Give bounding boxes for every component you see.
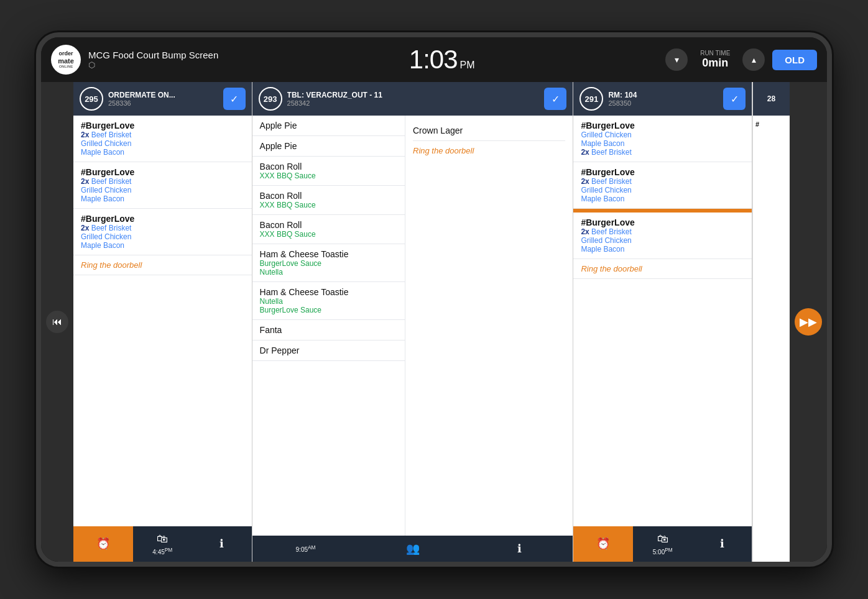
venue-info: MCG Food Court Bump Screen ⬡ — [88, 50, 218, 70]
item-mod: Maple Bacon — [81, 148, 244, 157]
info-icon: ℹ — [720, 537, 724, 551]
list-item: Bacon Roll XXX BBQ Sauce — [252, 215, 405, 244]
item-name: #BurgerLove — [581, 217, 744, 227]
time-button-293[interactable]: 9:05AM — [252, 536, 359, 562]
info-icon: ℹ — [517, 542, 522, 556]
order-footer-293: 9:05AM 👥 ℹ — [252, 536, 573, 562]
run-time: RUN TIME 0min — [700, 50, 730, 70]
info-button-295[interactable]: ℹ — [192, 526, 252, 562]
bag-icon: 🛍 — [157, 533, 168, 546]
info-button-291[interactable]: ℹ — [692, 526, 752, 562]
main-content: ⏮ 295 ORDERMATE ON... 258336 ✓ #BurgerLo… — [41, 82, 827, 562]
forward-button[interactable]: ▶▶ — [795, 308, 822, 336]
item-mod: Grilled Chicken — [581, 236, 744, 245]
logout-icon: ⬡ — [88, 60, 218, 70]
clock-area: 1:03 PM — [226, 45, 658, 75]
list-item: Dr Pepper — [252, 341, 405, 361]
list-item: Apple Pie — [252, 116, 405, 136]
item-name: #BurgerLove — [81, 214, 244, 224]
order-footer-291: ⏰ 🛍 5:00PM ℹ — [573, 526, 752, 562]
footer-time-291: 5:00PM — [653, 547, 673, 556]
list-item: #BurgerLove 2x Beef Brisket Grilled Chic… — [573, 213, 752, 259]
order-header-295: 295 ORDERMATE ON... 258336 ✓ — [73, 82, 252, 116]
item-name: #BurgerLove — [581, 121, 744, 130]
order-card-293: 293 TBL: VERACRUZ_OUT - 11 258342 ✓ Appl… — [252, 82, 574, 562]
item-mod: XXX BBQ Sauce — [260, 201, 397, 209]
partial-card-header: 28 — [753, 82, 790, 116]
group-icon: 👥 — [406, 542, 420, 556]
item-mod: Grilled Chicken — [81, 232, 244, 241]
list-item: #BurgerLove Grilled Chicken Maple Bacon … — [573, 116, 752, 162]
item-mod: 2x Beef Brisket — [81, 224, 244, 232]
order-number-291: 291 — [579, 87, 603, 111]
bag-button-295[interactable]: 🛍 4:45PM — [133, 526, 193, 562]
info-icon: ℹ — [219, 537, 224, 551]
list-item: Bacon Roll XXX BBQ Sauce — [252, 157, 405, 186]
item-mod: 2x Beef Brisket — [581, 177, 744, 186]
item-name: Apple Pie — [260, 121, 397, 130]
item-name: Apple Pie — [260, 141, 397, 151]
item-name: Dr Pepper — [260, 345, 397, 355]
venue-name: MCG Food Court Bump Screen — [88, 50, 218, 60]
two-col-body-293: Apple Pie Apple Pie Bacon Roll XXX BBQ S… — [252, 116, 573, 536]
check-button-291[interactable]: ✓ — [723, 88, 746, 110]
item-mod: Grilled Chicken — [81, 186, 244, 194]
order-sub-291: 258350 — [608, 99, 718, 107]
bag-button-291[interactable]: 🛍 5:00PM — [633, 526, 693, 562]
item-name: Ham & Cheese Toastie — [260, 287, 397, 297]
list-item: #BurgerLove 2x Beef Brisket Grilled Chic… — [73, 209, 252, 255]
item-mod: Maple Bacon — [581, 194, 744, 203]
item-mod: 2x Beef Brisket — [581, 227, 744, 236]
item-name: Bacon Roll — [260, 220, 397, 230]
order-header-291: 291 RM: 104 258350 ✓ — [573, 82, 752, 116]
item-mod: Grilled Chicken — [581, 186, 744, 194]
left-scroll-button[interactable]: ⏮ — [46, 311, 68, 333]
clock-time: 1:03 — [409, 45, 458, 75]
list-item: #BurgerLove 2x Beef Brisket Grilled Chic… — [573, 162, 752, 209]
info-button-293[interactable]: ℹ — [466, 536, 573, 562]
check-button-295[interactable]: ✓ — [223, 88, 246, 110]
item-mod: Maple Bacon — [81, 194, 244, 203]
doorbell-note-291: Ring the doorbell — [581, 264, 744, 273]
item-name: Fanta — [260, 325, 397, 335]
alarm-button-291[interactable]: ⏰ — [573, 526, 633, 562]
order-header-info-295: ORDERMATE ON... 258336 — [108, 91, 218, 107]
item-mod: XXX BBQ Sauce — [260, 171, 397, 180]
logo-area: order mate ONLINE MCG Food Court Bump Sc… — [51, 45, 218, 75]
order-header-293: 293 TBL: VERACRUZ_OUT - 11 258342 ✓ — [252, 82, 573, 116]
order-table-293: TBL: VERACRUZ_OUT - 11 — [287, 91, 540, 99]
nav-up-button[interactable]: ▴ — [742, 48, 765, 71]
item-mod: 2x Beef Brisket — [81, 177, 244, 186]
list-item: Bacon Roll XXX BBQ Sauce — [252, 186, 405, 215]
partial-card-28x: 28 # — [752, 82, 790, 562]
crown-lager: Crown Lager — [413, 126, 565, 135]
item-mod: BurgerLove Sauce — [260, 259, 397, 268]
ordermate-logo: order mate ONLINE — [51, 45, 81, 75]
group-button-293[interactable]: 👥 — [359, 536, 466, 562]
item-mod: Maple Bacon — [81, 241, 244, 250]
nav-down-button[interactable]: ▾ — [665, 48, 688, 71]
item-name: Ham & Cheese Toastie — [260, 249, 397, 259]
alarm-button-295[interactable]: ⏰ — [73, 526, 133, 562]
item-mod: Maple Bacon — [581, 245, 744, 254]
check-button-293[interactable]: ✓ — [544, 88, 566, 110]
item-name: #BurgerLove — [81, 121, 244, 130]
item-name: #BurgerLove — [81, 167, 244, 177]
list-item: #BurgerLove 2x Beef Brisket Grilled Chic… — [73, 116, 252, 162]
item-name: #BurgerLove — [581, 167, 744, 177]
order-number-295: 295 — [80, 87, 103, 111]
item-mod: XXX BBQ Sauce — [260, 230, 397, 239]
list-item: Crown Lager — [413, 121, 565, 140]
nav-arrows: ▾ — [665, 48, 688, 71]
bag-icon: 🛍 — [657, 533, 668, 546]
old-button[interactable]: OLD — [772, 50, 817, 70]
alarm-icon: ⏰ — [596, 537, 610, 551]
orders-container: 295 ORDERMATE ON... 258336 ✓ #BurgerLove… — [73, 82, 790, 562]
order-header-info-293: TBL: VERACRUZ_OUT - 11 258342 — [287, 91, 540, 107]
clock-ampm: PM — [460, 60, 475, 71]
alarm-icon: ⏰ — [96, 537, 110, 551]
order-note-291: Ring the doorbell — [573, 259, 752, 279]
list-item: Ham & Cheese Toastie BurgerLove Sauce Nu… — [252, 244, 405, 282]
list-item: Fanta — [252, 320, 405, 341]
item-name: Bacon Roll — [260, 162, 397, 171]
